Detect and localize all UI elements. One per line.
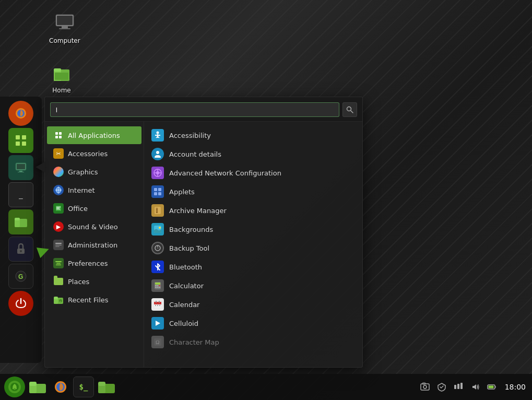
category-internet-label: Internet — [68, 186, 95, 194]
category-places-label: Places — [68, 278, 89, 286]
bottom-folder-green[interactable] — [27, 377, 48, 397]
bottom-vpn-icon[interactable] — [435, 381, 448, 393]
backgrounds-app-label: Backgrounds — [169, 226, 213, 233]
svg-rect-20 — [15, 218, 20, 220]
category-office[interactable]: Office — [47, 199, 141, 217]
svg-rect-84 — [154, 302, 161, 303]
category-all-applications[interactable]: All Applications — [47, 126, 141, 144]
svg-rect-76 — [155, 285, 157, 286]
svg-rect-17 — [18, 172, 24, 172]
panel-icon-files[interactable] — [8, 209, 33, 234]
category-accessories[interactable]: ✂ Accessories — [47, 145, 141, 162]
internet-icon — [53, 185, 64, 195]
app-backup-tool[interactable]: Backup Tool — [144, 239, 362, 257]
svg-rect-81 — [159, 287, 160, 288]
office-icon — [53, 203, 64, 214]
bottom-volume-icon[interactable] — [469, 381, 481, 393]
svg-rect-44 — [56, 265, 61, 266]
panel-icon-lock[interactable] — [8, 237, 33, 262]
app-advanced-network[interactable]: Advanced Network Configuration — [144, 163, 362, 182]
panel-icon-terminal[interactable]: _ — [8, 182, 33, 207]
category-internet[interactable]: Internet — [47, 181, 141, 199]
svg-rect-112 — [489, 386, 494, 389]
desktop: Computer Home — [0, 0, 532, 400]
panel-icon-grub[interactable]: G — [8, 264, 33, 289]
accessibility-app-icon — [151, 129, 164, 142]
category-sound-video-label: Sound & Video — [68, 223, 118, 231]
svg-rect-88 — [157, 305, 158, 306]
accessories-icon: ✂ — [53, 148, 64, 159]
desktop-icon-home[interactable]: Home — [47, 57, 76, 96]
svg-rect-2 — [62, 26, 68, 28]
apps-list: Accessibility Account details — [144, 122, 362, 367]
svg-rect-15 — [17, 164, 25, 169]
svg-rect-41 — [55, 246, 60, 248]
panel-icon-firefox[interactable] — [8, 101, 33, 126]
bottom-mint-menu[interactable] — [4, 377, 25, 397]
bottom-terminal[interactable]: $_ — [73, 377, 94, 397]
svg-rect-47 — [54, 297, 58, 299]
svg-rect-108 — [457, 384, 459, 389]
svg-rect-87 — [155, 305, 156, 306]
app-character-map[interactable]: Ω Character Map — [144, 333, 362, 351]
preferences-icon — [53, 258, 64, 268]
all-apps-icon — [53, 130, 64, 140]
recent-files-icon: + — [53, 295, 64, 305]
svg-rect-1 — [57, 16, 73, 25]
panel-icon-screen[interactable] — [8, 155, 33, 180]
panel-icon-apps[interactable] — [8, 128, 33, 153]
app-bluetooth[interactable]: Bluetooth — [144, 257, 362, 276]
backup-tool-app-label: Backup Tool — [169, 244, 209, 252]
category-graphics[interactable]: Graphics — [47, 163, 141, 181]
search-button[interactable] — [342, 102, 357, 117]
administration-icon — [53, 240, 64, 250]
account-details-app-icon — [151, 148, 164, 160]
category-administration[interactable]: Administration — [47, 236, 141, 254]
category-preferences-label: Preferences — [68, 260, 108, 267]
category-recent-files-label: Recent Files — [68, 296, 109, 304]
svg-rect-7 — [55, 73, 68, 80]
svg-point-55 — [156, 151, 159, 154]
app-calendar[interactable]: Calendar — [144, 295, 362, 314]
svg-rect-39 — [55, 243, 62, 244]
category-office-label: Office — [68, 205, 88, 213]
bottom-clock[interactable]: 18:00 — [502, 383, 526, 391]
svg-rect-13 — [22, 142, 26, 146]
app-archive-manager[interactable]: Archive Manager — [144, 201, 362, 220]
bottom-battery-icon[interactable] — [486, 381, 498, 393]
category-places[interactable]: Places — [47, 273, 141, 290]
app-backgrounds[interactable]: Backgrounds — [144, 220, 362, 239]
app-applets[interactable]: Applets — [144, 182, 362, 201]
svg-rect-29 — [55, 136, 58, 138]
panel-icon-power[interactable] — [8, 291, 33, 316]
app-celluloid[interactable]: Celluloid — [144, 314, 362, 333]
search-input[interactable] — [50, 102, 339, 117]
advanced-network-app-label: Advanced Network Configuration — [169, 169, 281, 177]
svg-text:+: + — [60, 300, 61, 303]
app-calculator[interactable]: Calculator — [144, 276, 362, 295]
computer-icon-label: Computer — [49, 37, 80, 44]
category-graphics-label: Graphics — [68, 168, 98, 176]
category-recent-files[interactable]: + Recent Files — [47, 291, 141, 309]
svg-point-95 — [14, 388, 16, 390]
svg-point-71 — [159, 227, 161, 229]
bottom-network-icon[interactable] — [452, 381, 465, 393]
desktop-icon-computer[interactable]: Computer — [47, 8, 82, 46]
calendar-app-icon — [151, 298, 164, 311]
svg-text:Ω: Ω — [156, 339, 159, 345]
bottom-folder2[interactable] — [96, 377, 117, 397]
account-details-app-label: Account details — [169, 150, 221, 158]
home-icon-label: Home — [52, 87, 70, 94]
svg-point-73 — [157, 247, 159, 249]
svg-rect-65 — [158, 192, 161, 195]
bottom-screenshot-icon[interactable] — [419, 381, 431, 393]
app-accessibility[interactable]: Accessibility — [144, 126, 362, 145]
bottom-firefox[interactable] — [50, 377, 71, 397]
svg-rect-28 — [59, 132, 62, 135]
category-preferences[interactable]: Preferences — [47, 254, 141, 272]
app-account-details[interactable]: Account details — [144, 145, 362, 163]
home-icon-img — [49, 60, 74, 85]
sound-video-icon: ▶ — [53, 221, 64, 232]
svg-rect-75 — [155, 283, 160, 285]
category-sound-video[interactable]: ▶ Sound & Video — [47, 218, 141, 236]
